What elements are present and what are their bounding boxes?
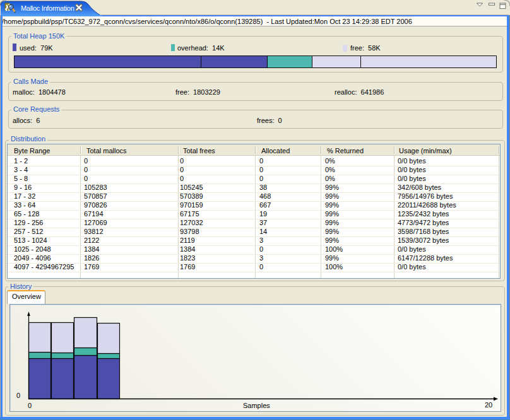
svg-text:20: 20: [485, 401, 492, 409]
svg-text:0: 0: [16, 392, 20, 399]
svg-text:Malloc Information: Malloc Information: [21, 4, 74, 12]
svg-text:Samples: Samples: [243, 402, 270, 409]
svg-text:0: 0: [28, 402, 32, 409]
